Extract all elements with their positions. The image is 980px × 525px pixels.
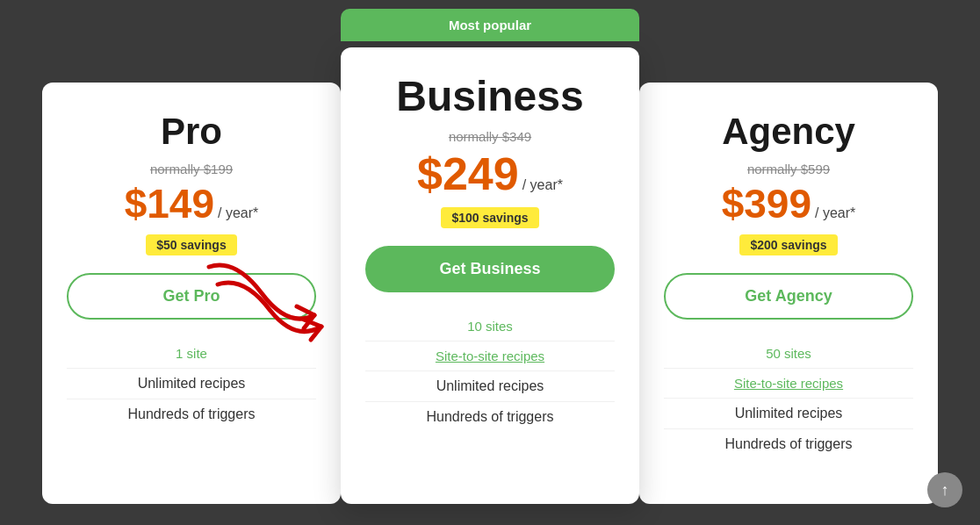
feature-business-1: Site-to-site recipes	[365, 342, 615, 371]
get-business-button[interactable]: Get Business	[365, 246, 615, 292]
sale-price-agency: $399	[722, 180, 811, 227]
feature-list-business: 10 sites Site-to-site recipes Unlimited …	[365, 312, 615, 432]
feature-list-pro: 1 site Unlimited recipes Hundreds of tri…	[67, 339, 316, 429]
plan-name-pro: Pro	[67, 111, 316, 153]
feature-pro-1: Unlimited recipes	[67, 369, 316, 399]
feature-business-3: Hundreds of triggers	[365, 402, 615, 432]
scroll-up-button[interactable]: ↑	[927, 472, 962, 507]
plan-card-pro: Pro normally $199 $149 / year* $50 savin…	[42, 83, 341, 504]
per-year-pro: / year*	[218, 205, 258, 221]
most-popular-badge: Most popular	[341, 9, 639, 41]
plan-name-agency: Agency	[664, 111, 913, 153]
sale-price-pro: $149	[125, 180, 214, 227]
per-year-agency: / year*	[815, 205, 855, 221]
sale-price-business: $249	[417, 147, 519, 200]
feature-business-2: Unlimited recipes	[365, 371, 615, 402]
plan-card-agency: Agency normally $599 $399 / year* $200 s…	[639, 83, 938, 504]
get-pro-button[interactable]: Get Pro	[67, 273, 316, 320]
feature-agency-3: Hundreds of triggers	[664, 429, 913, 459]
savings-badge-business: $100 savings	[441, 207, 538, 228]
feature-agency-1: Site-to-site recipes	[664, 369, 913, 399]
normal-price-pro: normally $199	[67, 162, 316, 176]
plan-name-business: Business	[365, 72, 615, 120]
plan-card-business: Most popular Business normally $349 $249…	[341, 47, 639, 504]
savings-badge-agency: $200 savings	[739, 234, 837, 255]
feature-list-agency: 50 sites Site-to-site recipes Unlimited …	[664, 339, 913, 459]
sale-price-row-pro: $149 / year*	[67, 180, 316, 227]
feature-pro-0: 1 site	[67, 339, 316, 369]
feature-agency-2: Unlimited recipes	[664, 399, 913, 429]
feature-business-0: 10 sites	[365, 312, 615, 342]
get-agency-button[interactable]: Get Agency	[664, 273, 913, 320]
sale-price-row-agency: $399 / year*	[664, 180, 913, 227]
normal-price-agency: normally $599	[664, 162, 913, 176]
normal-price-business: normally $349	[365, 129, 615, 144]
savings-badge-pro: $50 savings	[146, 234, 236, 255]
per-year-business: / year*	[522, 177, 563, 193]
feature-pro-2: Hundreds of triggers	[67, 399, 316, 429]
pricing-container: Pro normally $199 $149 / year* $50 savin…	[25, 47, 955, 504]
feature-agency-0: 50 sites	[664, 339, 913, 369]
sale-price-row-business: $249 / year*	[365, 147, 615, 200]
